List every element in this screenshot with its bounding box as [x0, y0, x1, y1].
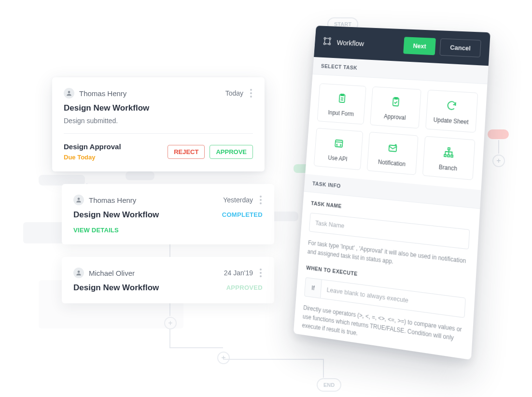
- code-icon: [333, 136, 345, 151]
- kebab-menu-icon[interactable]: [259, 268, 263, 278]
- task-card: Thomas Henry Today Design New Workflow D…: [52, 77, 265, 171]
- divider: [64, 133, 253, 134]
- status-badge: APPROVED: [226, 284, 263, 291]
- avatar-icon: [73, 195, 84, 205]
- task-tile-notification[interactable]: Notification: [367, 132, 418, 175]
- panel-title: Workflow: [336, 38, 364, 47]
- task-tile-label: Input Form: [328, 109, 354, 118]
- reject-button[interactable]: REJECT: [168, 145, 205, 159]
- svg-point-2: [78, 270, 80, 273]
- flow-end-node: END: [317, 378, 341, 392]
- kebab-menu-icon[interactable]: [249, 88, 253, 99]
- svg-point-1: [78, 198, 80, 200]
- card-date: 24 Jan'19: [224, 269, 253, 277]
- svg-point-3: [324, 37, 326, 39]
- if-prefix: If: [304, 277, 322, 298]
- task-tile-branch[interactable]: Branch: [422, 136, 476, 180]
- avatar-icon: [73, 268, 84, 278]
- task-tile-update-sheet[interactable]: Update Sheet: [425, 90, 478, 133]
- task-tile-label: Use API: [328, 154, 348, 162]
- check-shield-icon: [390, 95, 402, 109]
- clipboard-icon: [336, 91, 348, 105]
- task-tile-label: Notification: [378, 158, 406, 168]
- refresh-icon: [446, 98, 458, 113]
- task-tile-input-form[interactable]: Input Form: [317, 83, 366, 125]
- task-tile-label: Approval: [384, 113, 406, 121]
- next-button[interactable]: Next: [403, 37, 436, 55]
- status-badge: COMPLETED: [222, 211, 263, 218]
- svg-point-6: [329, 43, 331, 45]
- svg-point-5: [323, 43, 325, 45]
- cancel-button[interactable]: Cancel: [440, 38, 481, 57]
- card-title: Design New Workflow: [73, 283, 159, 293]
- user-name: Thomas Henry: [89, 196, 136, 204]
- task-card: Michael Oliver 24 Jan'19 Design New Work…: [62, 257, 274, 303]
- task-card: Thomas Henry Yesterday Design New Workfl…: [62, 184, 274, 244]
- kebab-menu-icon[interactable]: [259, 195, 263, 205]
- task-tile-label: Update Sheet: [433, 116, 469, 126]
- svg-rect-9: [335, 140, 343, 147]
- due-label: Due Today: [64, 154, 121, 161]
- svg-rect-14: [448, 155, 449, 156]
- svg-rect-15: [451, 155, 453, 157]
- workflow-icon: [322, 36, 332, 47]
- task-tile-approval[interactable]: Approval: [370, 86, 421, 128]
- plus-node-icon: +: [492, 155, 505, 167]
- user-name: Michael Oliver: [89, 269, 135, 277]
- task-tile-label: Branch: [439, 164, 458, 172]
- svg-point-4: [329, 38, 331, 40]
- view-details-link[interactable]: VIEW DETAILS: [73, 227, 263, 234]
- card-title: Design New Workflow: [64, 103, 253, 113]
- plus-node-icon: +: [217, 352, 230, 364]
- card-date: Yesterday: [223, 196, 253, 204]
- card-title: Design New Workflow: [73, 210, 159, 220]
- approve-button[interactable]: APPROVE: [210, 145, 253, 159]
- svg-rect-13: [444, 155, 446, 156]
- mail-icon: [387, 141, 399, 155]
- branch-icon: [443, 145, 455, 160]
- avatar-icon: [64, 88, 74, 99]
- svg-point-0: [68, 91, 70, 93]
- workflow-panel: Workflow Next Cancel SELECT TASK Input F…: [294, 26, 490, 360]
- card-date: Today: [225, 89, 243, 97]
- plus-node-icon: +: [164, 317, 177, 329]
- task-tile-use-api[interactable]: Use API: [314, 128, 364, 170]
- approval-title: Design Approval: [64, 142, 121, 151]
- svg-rect-12: [448, 148, 450, 150]
- card-subtext: Design submitted.: [64, 117, 253, 125]
- user-name: Thomas Henry: [79, 89, 126, 98]
